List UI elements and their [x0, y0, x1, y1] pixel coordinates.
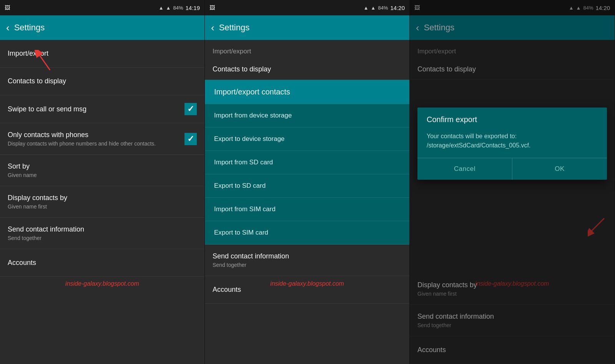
settings-item-swipe-1[interactable]: Swipe to call or send msg ✓	[0, 95, 204, 123]
item-title-swipe-1: Swipe to call or send msg	[8, 105, 86, 113]
battery-label-1: 84%	[173, 5, 183, 11]
confirm-body: Your contacts will be exported to: /stor…	[417, 128, 607, 158]
settings-list-1: Import/export Contacts to display Swipe …	[0, 40, 204, 364]
cancel-button[interactable]: Cancel	[417, 158, 512, 180]
battery-label-2: 84%	[378, 5, 388, 11]
check-icon-swipe-1: ✓	[187, 104, 194, 114]
wifi-icon-2: ▲	[364, 5, 369, 11]
settings-item-import-export-1[interactable]: Import/export	[0, 40, 204, 68]
bg-accounts-title-2: Accounts	[213, 286, 241, 294]
wifi-icon: ▲	[159, 5, 164, 11]
status-left-2: 🖼	[209, 5, 215, 11]
signal-icon-2: ▲	[371, 5, 376, 11]
settings-item-sort-1[interactable]: Sort by Given name	[0, 155, 204, 186]
dialog-item-import-device[interactable]: Import from device storage	[205, 104, 409, 127]
status-left-1: 🖼	[5, 5, 10, 11]
camera-icon: 🖼	[5, 5, 10, 11]
checkbox-swipe-1[interactable]: ✓	[184, 103, 197, 115]
time-1: 14:19	[185, 5, 200, 11]
item-subtitle-sort-1: Given name	[8, 172, 37, 178]
item-title-sort-1: Sort by	[8, 162, 37, 170]
ok-button[interactable]: OK	[512, 158, 607, 180]
toolbar-title-2: Settings	[219, 23, 250, 33]
status-right-1: ▲ ▲ 84% 14:19	[159, 5, 200, 11]
confirm-export-dialog: Confirm export Your contacts will be exp…	[417, 108, 607, 180]
toolbar-2: ‹ Settings	[205, 15, 409, 40]
status-bar-2: 🖼 ▲ ▲ 84% 14:20	[205, 0, 409, 15]
dialog-item-export-sim[interactable]: Export to SIM card	[205, 221, 409, 245]
bg-send-contact-2: Send contact information Send together	[205, 245, 409, 276]
settings-item-accounts-1[interactable]: Accounts	[0, 249, 204, 277]
item-subtitle-send-1: Send together	[8, 235, 84, 241]
time-2: 14:20	[390, 5, 405, 11]
settings-item-send-contact-1[interactable]: Send contact information Send together	[0, 218, 204, 249]
confirm-buttons: Cancel OK	[417, 158, 607, 180]
check-icon-phones-1: ✓	[187, 134, 194, 144]
status-bar-1: 🖼 ▲ ▲ 84% 14:19	[0, 0, 204, 15]
item-title-import-export-1: Import/export	[8, 50, 48, 58]
status-right-2: ▲ ▲ 84% 14:20	[364, 5, 405, 11]
panel-2: 🖼 ▲ ▲ 84% 14:20 ‹ Settings Import/export…	[205, 0, 410, 364]
camera-icon-2: 🖼	[209, 5, 215, 11]
item-title-contacts-1: Contacts to display	[8, 77, 66, 85]
dialog-item-export-device[interactable]: Export to device storage	[205, 127, 409, 151]
panel-3: 🖼 ▲ ▲ 84% 14:20 ‹ Settings Import/export…	[410, 0, 615, 364]
bg-contacts-label-2: Contacts to display	[213, 65, 271, 73]
back-button-2[interactable]: ‹	[211, 22, 214, 34]
dialog-item-import-sim[interactable]: Import from SIM card	[205, 198, 409, 221]
item-title-phones-1: Only contacts with phones	[8, 131, 156, 139]
back-arrow-2: ‹	[211, 22, 214, 34]
settings-item-phones-only-1[interactable]: Only contacts with phones Display contac…	[0, 123, 204, 155]
panel-1: 🖼 ▲ ▲ 84% 14:19 ‹ Settings Import/export…	[0, 0, 205, 364]
back-arrow-1: ‹	[6, 22, 10, 34]
dialog-item-export-sd[interactable]: Export to SD card	[205, 174, 409, 198]
import-export-dialog: Import/export contacts Import from devic…	[205, 80, 409, 245]
item-subtitle-phones-1: Display contacts with phone numbers and …	[8, 141, 156, 147]
toolbar-1: ‹ Settings	[0, 15, 204, 40]
item-title-accounts-1: Accounts	[8, 259, 36, 267]
dialog-overlay-3	[410, 0, 615, 364]
item-title-display-1: Display contacts by	[8, 194, 67, 202]
bg-section-2: Import/export	[205, 40, 409, 59]
panel2-bottom: Send contact information Send together A…	[205, 245, 409, 364]
bg-item-contacts-2: Contacts to display	[205, 59, 409, 80]
settings-item-contacts-display-1[interactable]: Contacts to display	[0, 68, 204, 95]
item-subtitle-display-1: Given name first	[8, 204, 67, 210]
settings-item-display-contacts-1[interactable]: Display contacts by Given name first	[0, 186, 204, 218]
confirm-title: Confirm export	[417, 108, 607, 128]
checkbox-phones-1[interactable]: ✓	[184, 133, 197, 145]
signal-icon: ▲	[166, 5, 171, 11]
bg-send-sub-2: Send together	[213, 262, 289, 268]
bg-send-title-2: Send contact information	[213, 252, 289, 260]
dialog-header: Import/export contacts	[205, 80, 409, 104]
toolbar-title-1: Settings	[14, 23, 45, 33]
back-button-1[interactable]: ‹	[6, 22, 10, 34]
bg-accounts-2: Accounts	[205, 276, 409, 304]
item-title-send-1: Send contact information	[8, 225, 84, 233]
dialog-item-import-sd[interactable]: Import from SD card	[205, 151, 409, 174]
